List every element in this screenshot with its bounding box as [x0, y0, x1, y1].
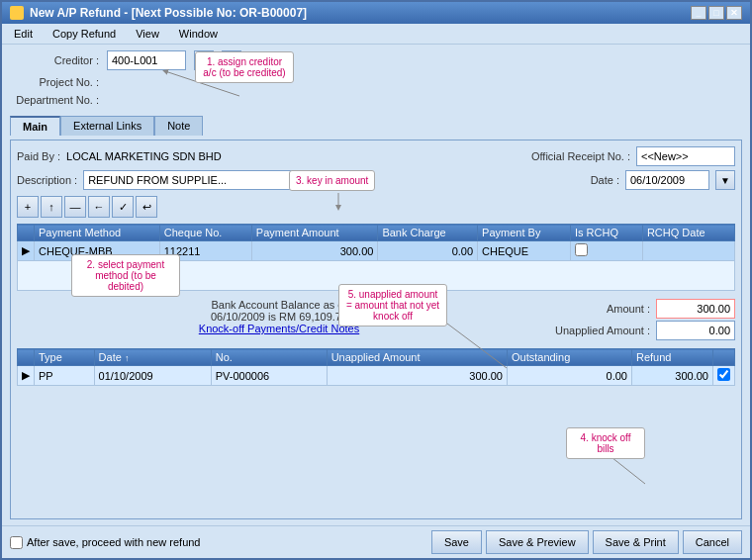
- ko-col-unapplied: Unapplied Amount: [327, 349, 507, 366]
- after-save-label: After save, proceed with new refund: [27, 536, 200, 548]
- minus-btn[interactable]: —: [64, 196, 86, 218]
- cell-payment-amount: 300.00: [251, 241, 378, 261]
- callout-5: 5. unapplied amount = amount that not ye…: [338, 284, 447, 327]
- maximize-button[interactable]: □: [708, 6, 724, 20]
- save-preview-button[interactable]: Save & Preview: [486, 530, 589, 554]
- bank-info-line2: 06/10/2009 is RM 69,109.75: [211, 311, 347, 323]
- menu-view[interactable]: View: [132, 26, 163, 42]
- bank-info-line1: Bank Account Balance as of: [212, 299, 347, 311]
- check-btn[interactable]: ✓: [112, 196, 134, 218]
- callout-2: 2. select payment method (to be debited): [71, 254, 180, 297]
- bank-info: Bank Account Balance as of 06/10/2009 is…: [199, 299, 359, 334]
- ko-cell-outstanding: 0.00: [507, 366, 631, 386]
- up-btn[interactable]: ↑: [41, 196, 62, 218]
- back-btn[interactable]: ←: [88, 196, 110, 218]
- creditor-row: Creditor : ▼ 🔍: [10, 50, 742, 70]
- ko-cell-no: PV-000006: [211, 366, 327, 386]
- window-controls: _ □ ✕: [691, 6, 742, 20]
- close-button[interactable]: ✕: [726, 6, 742, 20]
- date-picker-btn[interactable]: ▼: [715, 170, 735, 190]
- minimize-button[interactable]: _: [691, 6, 706, 20]
- menu-edit[interactable]: Edit: [10, 26, 37, 42]
- unapplied-input[interactable]: [656, 321, 735, 340]
- department-label: Department No. :: [10, 94, 99, 106]
- unapplied-row: Unapplied Amount :: [541, 321, 735, 340]
- menu-copy-refund[interactable]: Copy Refund: [48, 26, 120, 42]
- ko-col-check: [713, 349, 735, 366]
- description-label: Description :: [17, 174, 77, 186]
- col-is-rchq: Is RCHQ: [571, 225, 643, 241]
- after-save-row: After save, proceed with new refund: [10, 536, 200, 549]
- tabs: Main External Links Note: [10, 116, 742, 136]
- after-save-checkbox[interactable]: [10, 536, 23, 549]
- official-receipt-input[interactable]: [636, 146, 735, 166]
- unapplied-label: Unapplied Amount :: [541, 325, 650, 336]
- date-label: Date :: [591, 174, 619, 186]
- ko-cell-type: PP: [35, 366, 95, 386]
- ko-cell-date: 01/10/2009: [94, 366, 211, 386]
- tab-content-main: Paid By : LOCAL MARKETING SDN BHD Offici…: [10, 140, 742, 519]
- amount-row: Amount :: [541, 299, 735, 319]
- knock-off-link[interactable]: Knock-off Payments/Credit Notes: [199, 323, 359, 334]
- amount-label: Amount :: [541, 303, 650, 315]
- toolbar: + ↑ — ← ✓ ↩: [17, 196, 735, 218]
- col-payment-amount: Payment Amount: [251, 225, 378, 241]
- col-indicator: [18, 225, 35, 241]
- rchq-checkbox[interactable]: [575, 243, 588, 256]
- callout-1: 1. assign creditor a/c (to be credited): [195, 51, 294, 83]
- creditor-input[interactable]: [107, 50, 186, 70]
- amount-input[interactable]: [656, 299, 735, 319]
- cell-rchq-date: [642, 241, 734, 261]
- department-row: Department No. :: [10, 94, 742, 106]
- action-buttons: Save Save & Preview Save & Print Cancel: [431, 530, 742, 554]
- cell-bank-charge: 0.00: [378, 241, 478, 261]
- ko-col-date: Date ↑: [94, 349, 211, 366]
- ko-cell-unapplied: 300.00: [327, 366, 507, 386]
- row-indicator: ▶: [18, 241, 35, 261]
- col-payment-method: Payment Method: [35, 225, 160, 241]
- creditor-label: Creditor :: [10, 54, 99, 66]
- title-bar: New A/P Refund - [Next Possible No: OR-B…: [2, 2, 750, 24]
- date-input[interactable]: [625, 170, 709, 190]
- add-btn[interactable]: +: [17, 196, 39, 218]
- cancel-button[interactable]: Cancel: [683, 530, 742, 554]
- callout-4: 4. knock off bills: [566, 427, 645, 459]
- ko-checkbox[interactable]: [717, 368, 730, 381]
- window-title: New A/P Refund - [Next Possible No: OR-B…: [30, 6, 307, 20]
- project-row: Project No. :: [10, 76, 742, 88]
- ko-table-row[interactable]: ▶ PP 01/10/2009 PV-000006 300.00 0.00 30…: [18, 366, 735, 386]
- project-label: Project No. :: [10, 76, 99, 88]
- knock-off-table: Type Date ↑ No. Unapplied Amount Outstan…: [17, 348, 735, 386]
- cell-is-rchq: [571, 241, 643, 261]
- col-rchq-date: RCHQ Date: [642, 225, 734, 241]
- ko-col-type: Type: [35, 349, 95, 366]
- menu-bar: Edit Copy Refund View Window: [2, 24, 750, 45]
- ko-col-indicator: [18, 349, 35, 366]
- callout-3: 3. key in amount: [289, 170, 375, 191]
- official-receipt-label: Official Receipt No. :: [531, 150, 630, 162]
- save-button[interactable]: Save: [431, 530, 482, 554]
- cell-payment-by: CHEQUE: [478, 241, 571, 261]
- ko-col-outstanding: Outstanding: [507, 349, 631, 366]
- ko-col-no: No.: [211, 349, 327, 366]
- col-bank-charge: Bank Charge: [378, 225, 478, 241]
- tab-external-links[interactable]: External Links: [60, 116, 154, 136]
- amount-section: Amount : Unapplied Amount :: [541, 299, 735, 340]
- sort-arrow: ↑: [125, 353, 130, 363]
- col-payment-by: Payment By: [478, 225, 571, 241]
- save-print-button[interactable]: Save & Print: [593, 530, 679, 554]
- ko-cell-refund: 300.00: [631, 366, 712, 386]
- bottom-bar: After save, proceed with new refund Save…: [2, 525, 750, 558]
- tab-main[interactable]: Main: [10, 116, 60, 136]
- col-cheque-no: Cheque No.: [159, 225, 251, 241]
- paid-by-label: Paid By :: [17, 150, 60, 162]
- tab-note[interactable]: Note: [154, 116, 203, 136]
- window-icon: [10, 6, 24, 20]
- menu-window[interactable]: Window: [175, 26, 222, 42]
- ko-col-refund: Refund: [631, 349, 712, 366]
- ko-cell-check: [713, 366, 735, 386]
- paid-by-value: LOCAL MARKETING SDN BHD: [66, 150, 222, 162]
- ko-row-indicator: ▶: [18, 366, 35, 386]
- undo-btn[interactable]: ↩: [136, 196, 157, 218]
